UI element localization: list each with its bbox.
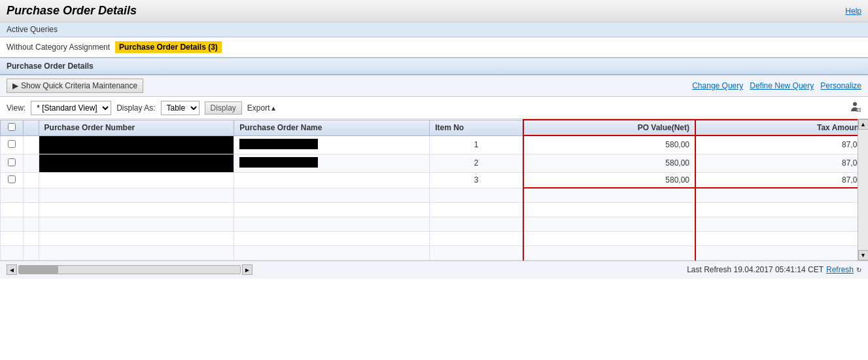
row-icon-cell	[23, 245, 39, 260]
item-no-cell	[430, 231, 523, 245]
po-name-cell	[234, 154, 430, 172]
col-header-icon	[23, 120, 39, 135]
personalize-link[interactable]: Personalize	[820, 81, 861, 90]
section-title: Purchase Order Details	[7, 62, 94, 71]
tax-amount-cell	[695, 231, 867, 245]
tax-amount-cell	[695, 217, 867, 231]
define-new-query-link[interactable]: Define New Query	[750, 81, 814, 90]
export-button[interactable]: Export ▴	[247, 103, 275, 113]
po-number-cell	[39, 245, 234, 260]
item-no-cell: 2	[430, 154, 523, 172]
table-row	[1, 202, 868, 217]
view-select[interactable]: * [Standard View]	[31, 101, 111, 115]
category-badge[interactable]: Purchase Order Details (3)	[115, 41, 222, 53]
tax-amount-cell: 87,00	[695, 135, 867, 154]
col-header-checkbox	[1, 120, 24, 135]
item-no-cell	[430, 188, 523, 202]
po-number-cell	[39, 154, 234, 172]
page-title: Purchase Order Details	[7, 4, 137, 18]
item-no-cell: 1	[430, 135, 523, 154]
po-name-cell	[234, 172, 430, 188]
po-name-cell	[234, 135, 430, 154]
row-checkbox[interactable]	[8, 175, 16, 183]
horizontal-scrollbar[interactable]	[18, 265, 241, 274]
tax-amount-cell	[695, 245, 867, 260]
scroll-up-button[interactable]: ▲	[858, 119, 869, 130]
row-checkbox-cell	[1, 217, 24, 231]
page-header: Purchase Order Details Help	[0, 0, 868, 22]
select-all-checkbox[interactable]	[8, 123, 16, 131]
show-quick-label: Show Quick Criteria Maintenance	[21, 81, 137, 90]
col-header-po-name: Purchase Order Name	[234, 120, 430, 135]
table-row: 3580,0087,00	[1, 172, 868, 188]
scroll-down-button[interactable]: ▼	[858, 250, 869, 261]
col-header-po-value-net: PO Value(Net)	[523, 120, 695, 135]
row-icon-cell	[23, 202, 39, 217]
show-quick-criteria-button[interactable]: ▶ Show Quick Criteria Maintenance	[7, 79, 143, 93]
row-checkbox[interactable]	[8, 158, 16, 166]
po-name-cell	[234, 188, 430, 202]
po-value-net-cell	[523, 188, 695, 202]
tax-amount-cell	[695, 202, 867, 217]
row-checkbox[interactable]	[8, 140, 16, 148]
row-checkbox-cell	[1, 231, 24, 245]
po-value-net-cell	[523, 202, 695, 217]
row-icon-cell	[23, 154, 39, 172]
po-value-net-cell	[523, 217, 695, 231]
po-number-cell	[39, 172, 234, 188]
table-row	[1, 188, 868, 202]
person-settings-icon[interactable]	[848, 100, 861, 113]
view-controls-right	[848, 100, 861, 115]
row-icon-cell	[23, 188, 39, 202]
row-checkbox-cell	[1, 172, 24, 188]
row-checkbox-cell	[1, 188, 24, 202]
display-as-select[interactable]: Table	[161, 101, 200, 115]
po-value-net-cell: 580,00	[523, 172, 695, 188]
change-query-link[interactable]: Change Query	[692, 81, 743, 90]
scrollbar-thumb	[19, 266, 58, 274]
help-link[interactable]: Help	[845, 7, 861, 16]
arrow-icon: ▶	[12, 81, 18, 90]
po-number-cell	[39, 188, 234, 202]
table-row	[1, 245, 868, 260]
toolbar-right: Change Query Define New Query Personaliz…	[692, 81, 861, 90]
po-number-cell	[39, 135, 234, 154]
row-checkbox-cell	[1, 245, 24, 260]
row-icon-cell	[23, 135, 39, 154]
scroll-track	[858, 130, 868, 250]
vertical-scrollbar[interactable]: ▲ ▼	[858, 119, 868, 261]
refresh-text: Last Refresh 19.04.2017 05:41:14 CET	[687, 265, 824, 274]
bottom-status-bar: ◄ ► Last Refresh 19.04.2017 05:41:14 CET…	[0, 261, 868, 279]
refresh-icon: ↻	[856, 266, 861, 274]
table-wrapper: Purchase Order Number Purchase Order Nam…	[0, 119, 868, 261]
item-no-cell: 3	[430, 172, 523, 188]
table-row: 1580,0087,00	[1, 135, 868, 154]
po-value-net-cell: 580,00	[523, 135, 695, 154]
po-number-cell	[39, 231, 234, 245]
table-row: 2580,0087,00	[1, 154, 868, 172]
section-header: Purchase Order Details	[0, 58, 868, 75]
tax-amount-cell: 87,00	[695, 172, 867, 188]
toolbar-left: ▶ Show Quick Criteria Maintenance	[7, 79, 143, 93]
col-header-tax-amount: Tax Amount	[695, 120, 867, 135]
scroll-left-button[interactable]: ◄	[7, 264, 17, 275]
display-button[interactable]: Display	[205, 101, 242, 115]
refresh-area: Last Refresh 19.04.2017 05:41:14 CET Ref…	[687, 265, 861, 274]
item-no-cell	[430, 202, 523, 217]
view-controls: View: * [Standard View] Display As: Tabl…	[0, 97, 868, 119]
refresh-link[interactable]: Refresh	[826, 265, 854, 274]
row-icon-cell	[23, 231, 39, 245]
active-queries-label: Active Queries	[7, 25, 58, 34]
active-queries-bar: Active Queries	[0, 22, 868, 37]
view-label: View:	[7, 103, 26, 113]
data-table: Purchase Order Number Purchase Order Nam…	[0, 119, 868, 261]
row-checkbox-cell	[1, 202, 24, 217]
tax-amount-cell: 87,00	[695, 154, 867, 172]
item-no-cell	[430, 245, 523, 260]
export-arrow-icon: ▴	[271, 103, 275, 113]
hscroll-area: ◄ ►	[7, 264, 252, 275]
item-no-cell	[430, 217, 523, 231]
scroll-right-button[interactable]: ►	[242, 264, 252, 275]
col-header-po-number: Purchase Order Number	[39, 120, 234, 135]
without-category-bar: Without Category Assignment Purchase Ord…	[0, 37, 868, 58]
